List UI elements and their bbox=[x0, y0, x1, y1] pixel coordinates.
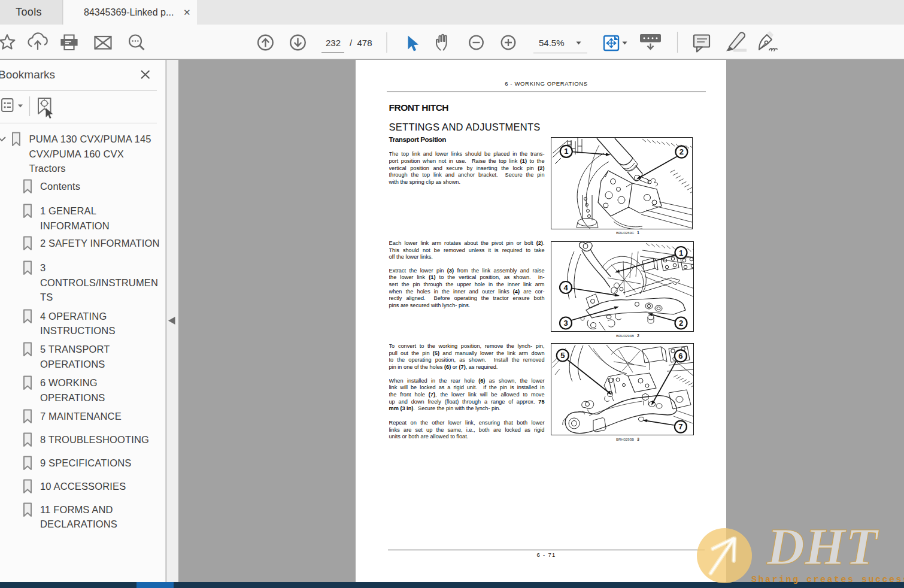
svg-text:5: 5 bbox=[560, 351, 565, 360]
svg-text:6: 6 bbox=[678, 351, 682, 360]
svg-text:1: 1 bbox=[678, 248, 682, 257]
svg-text:7: 7 bbox=[678, 422, 682, 431]
svg-text:3: 3 bbox=[563, 319, 568, 328]
svg-text:2: 2 bbox=[679, 147, 684, 156]
svg-text:4: 4 bbox=[563, 283, 568, 292]
svg-text:2: 2 bbox=[678, 319, 682, 328]
svg-text:1: 1 bbox=[564, 147, 568, 156]
